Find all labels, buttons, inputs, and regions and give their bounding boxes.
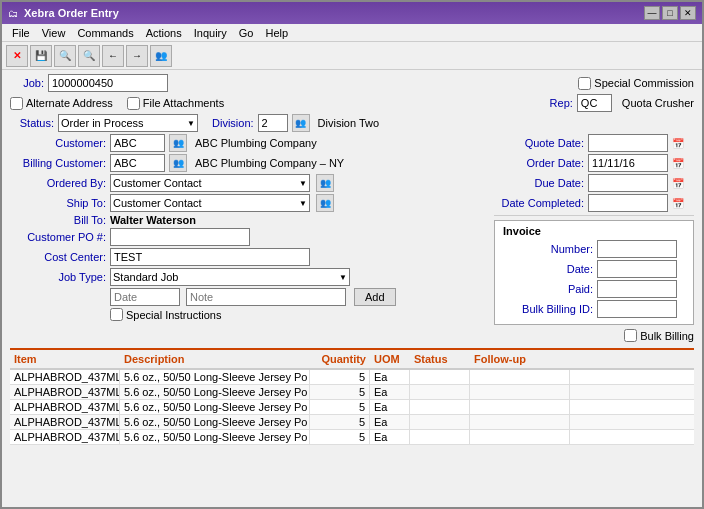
col-uom-header: UOM: [370, 352, 410, 366]
minimize-button[interactable]: —: [644, 6, 660, 20]
grid-section: Item Description Quantity UOM Status Fol…: [10, 348, 694, 445]
date-completed-cal-icon[interactable]: 📅: [672, 198, 686, 209]
division-input[interactable]: [258, 114, 288, 132]
users-tool-button[interactable]: 👥: [150, 45, 172, 67]
date-completed-label: Date Completed:: [494, 197, 584, 209]
search2-tool-button[interactable]: 🔍: [78, 45, 100, 67]
job-type-label: Job Type:: [10, 271, 106, 283]
grid-cell-desc: 5.6 oz., 50/50 Long-Sleeve Jersey Po: [120, 400, 310, 414]
date-completed-input[interactable]: [588, 194, 668, 212]
menu-bar: File View Commands Actions Inquiry Go He…: [2, 24, 702, 42]
customer-po-label: Customer PO #:: [10, 231, 106, 243]
save-tool-button[interactable]: 💾: [30, 45, 52, 67]
cost-center-input[interactable]: [110, 248, 310, 266]
division-label: Division:: [212, 117, 254, 129]
table-row[interactable]: ALPHABROD_437ML 5.6 oz., 50/50 Long-Slee…: [10, 415, 694, 430]
job-input[interactable]: [48, 74, 168, 92]
billing-customer-name: ABC Plumbing Company – NY: [195, 157, 344, 169]
grid-cell-qty: 5: [310, 430, 370, 444]
division-search-button[interactable]: 👥: [292, 114, 310, 132]
alternate-address-label[interactable]: Alternate Address: [10, 97, 113, 110]
special-commission-checkbox-label[interactable]: Special Commission: [578, 77, 694, 90]
add-button[interactable]: Add: [354, 288, 396, 306]
customer-name: ABC Plumbing Company: [195, 137, 317, 149]
billing-customer-label: Billing Customer:: [10, 157, 106, 169]
forward-tool-button[interactable]: →: [126, 45, 148, 67]
col-item-header: Item: [10, 352, 120, 366]
invoice-paid-input[interactable]: [597, 280, 677, 298]
menu-help[interactable]: Help: [259, 26, 294, 40]
invoice-title: Invoice: [503, 225, 685, 237]
status-dropdown[interactable]: Order in Process ▼: [58, 114, 198, 132]
special-instructions-checkbox[interactable]: [110, 308, 123, 321]
grid-header: Item Description Quantity UOM Status Fol…: [10, 350, 694, 370]
menu-inquiry[interactable]: Inquiry: [188, 26, 233, 40]
grid-cell-followup: [470, 430, 570, 444]
grid-cell-followup: [470, 370, 570, 384]
back-tool-button[interactable]: ←: [102, 45, 124, 67]
bulk-billing-checkbox[interactable]: [624, 329, 637, 342]
special-instructions-row: Special Instructions: [10, 308, 486, 321]
bulk-billing-row: Bulk Billing: [494, 329, 694, 342]
due-date-cal-icon[interactable]: 📅: [672, 178, 686, 189]
job-type-dropdown[interactable]: Standard Job ▼: [110, 268, 350, 286]
table-row[interactable]: ALPHABROD_437ML 5.6 oz., 50/50 Long-Slee…: [10, 430, 694, 445]
ordered-by-search-button[interactable]: 👥: [316, 174, 334, 192]
quote-date-cal-icon[interactable]: 📅: [672, 138, 686, 149]
customer-search-button[interactable]: 👥: [169, 134, 187, 152]
invoice-number-label: Number:: [503, 243, 593, 255]
menu-commands[interactable]: Commands: [71, 26, 139, 40]
customer-po-input[interactable]: [110, 228, 250, 246]
left-form: Customer: 👥 ABC Plumbing Company Billing…: [10, 134, 486, 344]
ship-to-dropdown[interactable]: Customer Contact ▼: [110, 194, 310, 212]
status-row: Status: Order in Process ▼ Division: 👥 D…: [10, 114, 694, 132]
alternate-address-checkbox[interactable]: [10, 97, 23, 110]
order-date-input[interactable]: [588, 154, 668, 172]
division-name: Division Two: [318, 117, 380, 129]
ordered-by-row: Ordered By: Customer Contact ▼ 👥: [10, 174, 486, 192]
grid-cell-qty: 5: [310, 415, 370, 429]
table-row[interactable]: ALPHABROD_437ML 5.6 oz., 50/50 Long-Slee…: [10, 400, 694, 415]
job-label: Job:: [10, 77, 44, 89]
grid-cell-item: ALPHABROD_437ML: [10, 430, 120, 444]
rep-input[interactable]: [577, 94, 612, 112]
grid-cell-desc: 5.6 oz., 50/50 Long-Sleeve Jersey Po: [120, 370, 310, 384]
grid-cell-qty: 5: [310, 400, 370, 414]
grid-cell-status: [410, 415, 470, 429]
grid-cell-item: ALPHABROD_437ML: [10, 370, 120, 384]
maximize-button[interactable]: □: [662, 6, 678, 20]
window-title: Xebra Order Entry: [24, 7, 119, 19]
special-instructions-label[interactable]: Special Instructions: [110, 308, 221, 321]
file-attachments-checkbox[interactable]: [127, 97, 140, 110]
grid-cell-followup: [470, 385, 570, 399]
billing-customer-search-button[interactable]: 👥: [169, 154, 187, 172]
ordered-by-dropdown[interactable]: Customer Contact ▼: [110, 174, 310, 192]
menu-actions[interactable]: Actions: [140, 26, 188, 40]
customer-input[interactable]: [110, 134, 165, 152]
due-date-input[interactable]: [588, 174, 668, 192]
table-row[interactable]: ALPHABROD_437ML 5.6 oz., 50/50 Long-Slee…: [10, 385, 694, 400]
bulk-billing-checkbox-label[interactable]: Bulk Billing: [624, 329, 694, 342]
close-button[interactable]: ✕: [680, 6, 696, 20]
close-tool-button[interactable]: ✕: [6, 45, 28, 67]
cost-center-label: Cost Center:: [10, 251, 106, 263]
table-row[interactable]: ALPHABROD_437ML 5.6 oz., 50/50 Long-Slee…: [10, 370, 694, 385]
invoice-number-input[interactable]: [597, 240, 677, 258]
menu-go[interactable]: Go: [233, 26, 260, 40]
file-attachments-label[interactable]: File Attachments: [127, 97, 224, 110]
ship-to-search-button[interactable]: 👥: [316, 194, 334, 212]
special-commission-checkbox[interactable]: [578, 77, 591, 90]
menu-view[interactable]: View: [36, 26, 72, 40]
search-tool-button[interactable]: 🔍: [54, 45, 76, 67]
bulk-billing-id-input[interactable]: [597, 300, 677, 318]
order-date-cal-icon[interactable]: 📅: [672, 158, 686, 169]
menu-file[interactable]: File: [6, 26, 36, 40]
note-input[interactable]: [186, 288, 346, 306]
billing-customer-input[interactable]: [110, 154, 165, 172]
invoice-date-input[interactable]: [597, 260, 677, 278]
quote-date-input[interactable]: [588, 134, 668, 152]
ship-to-label: Ship To:: [10, 197, 106, 209]
date-input[interactable]: [110, 288, 180, 306]
grid-cell-status: [410, 385, 470, 399]
title-bar: 🗂 Xebra Order Entry — □ ✕: [2, 2, 702, 24]
